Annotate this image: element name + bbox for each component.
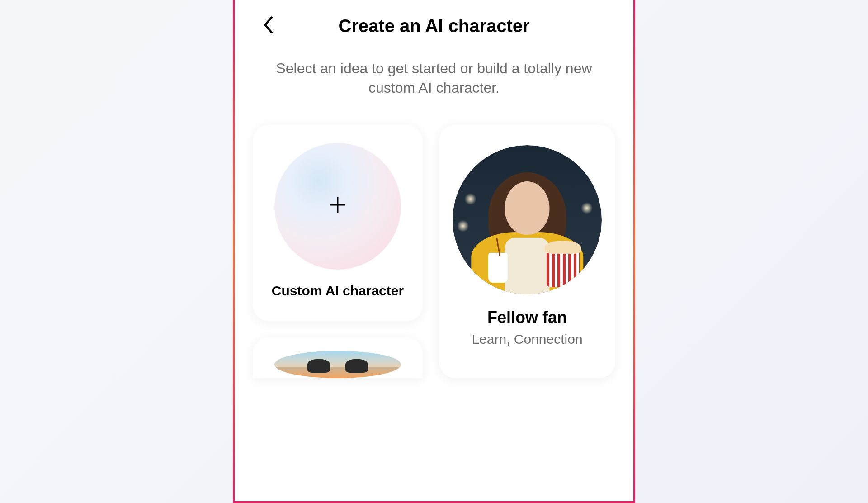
fellow-fan-title: Fellow fan xyxy=(487,308,567,327)
card-grid: Custom AI character xyxy=(253,125,615,378)
idea-avatar-partial xyxy=(274,351,401,378)
plus-icon xyxy=(327,192,348,221)
back-button[interactable] xyxy=(257,10,279,39)
fellow-fan-avatar xyxy=(453,145,602,294)
idea-card-partial[interactable] xyxy=(253,337,423,378)
header: Create an AI character xyxy=(253,14,615,36)
custom-avatar-placeholder xyxy=(274,143,401,270)
chevron-left-icon xyxy=(262,15,274,35)
fellow-fan-card[interactable]: Fellow fan Learn, Connection xyxy=(439,125,615,378)
page-title: Create an AI character xyxy=(338,16,529,36)
custom-card-title: Custom AI character xyxy=(272,283,404,299)
custom-character-card[interactable]: Custom AI character xyxy=(253,125,423,321)
fellow-fan-subtitle: Learn, Connection xyxy=(472,332,582,347)
subtitle-text: Select an idea to get started or build a… xyxy=(253,59,615,98)
app-screen: Create an AI character Select an idea to… xyxy=(233,0,635,503)
